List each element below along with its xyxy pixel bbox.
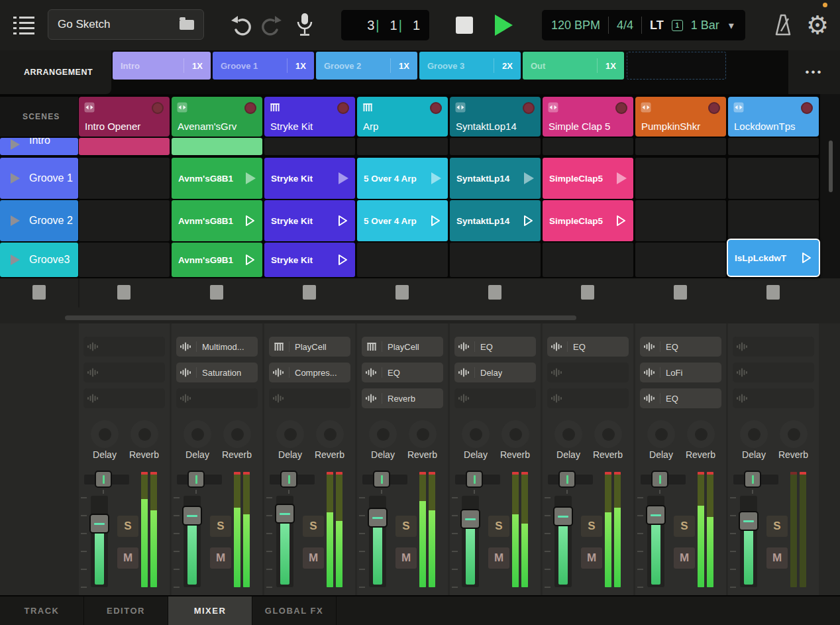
clip-stryke-kit[interactable]: Stryke Kit xyxy=(264,243,355,277)
empty-clip-slot[interactable] xyxy=(635,138,726,155)
track-header-lockdowntps[interactable]: LockdownTps xyxy=(728,97,819,137)
solo-button[interactable]: S xyxy=(674,516,695,537)
record-arm-indicator[interactable] xyxy=(801,102,813,114)
arrangement-empty-slot[interactable] xyxy=(627,52,726,80)
delay-send-knob[interactable] xyxy=(369,420,397,448)
mute-button[interactable]: M xyxy=(395,547,417,569)
device-slot[interactable]: Compres... xyxy=(269,363,350,382)
track-stop-button[interactable] xyxy=(581,285,594,300)
mute-button[interactable]: M xyxy=(488,547,509,569)
track-stop-button[interactable] xyxy=(488,285,501,300)
play-button[interactable] xyxy=(495,15,513,36)
empty-clip-slot[interactable] xyxy=(79,243,170,277)
delay-send-knob[interactable] xyxy=(554,420,582,448)
track-stop-button[interactable] xyxy=(117,285,131,300)
pan-slider-handle[interactable] xyxy=(280,471,297,488)
clip-avnmsg8b1[interactable]: Avnm'sG8B1 xyxy=(172,158,262,199)
solo-button[interactable]: S xyxy=(117,516,138,537)
record-arm-indicator[interactable] xyxy=(615,102,627,114)
empty-clip-slot[interactable] xyxy=(357,243,448,277)
track-header-simple-clap5[interactable]: Simple Clap 5 xyxy=(543,97,633,137)
track-header-stryke-kit[interactable]: Stryke Kit xyxy=(264,97,355,137)
device-slot-empty[interactable] xyxy=(733,363,814,382)
stop-all-clips-button[interactable] xyxy=(32,285,46,300)
device-slot-empty[interactable] xyxy=(83,363,165,382)
pan-slider-handle[interactable] xyxy=(95,471,112,488)
clip-intro-opener-partial[interactable] xyxy=(79,138,170,155)
clip-5over4arp[interactable]: 5 Over 4 Arp xyxy=(357,158,448,199)
tab-editor[interactable]: EDITOR xyxy=(84,597,168,625)
pan-slider-handle[interactable] xyxy=(466,471,483,488)
project-title-field[interactable]: Go Sketch xyxy=(48,9,204,40)
empty-clip-slot[interactable] xyxy=(450,243,541,277)
clip-simpleclap5[interactable]: SimpleClap5 xyxy=(543,200,633,241)
tab-global-fx[interactable]: GLOBAL FX xyxy=(252,597,337,625)
reverb-send-knob[interactable] xyxy=(131,420,158,448)
delay-send-knob[interactable] xyxy=(184,420,211,448)
solo-button[interactable]: S xyxy=(303,516,324,537)
mute-button[interactable]: M xyxy=(117,547,138,569)
empty-clip-slot[interactable] xyxy=(728,138,819,155)
clip-simpleclap5[interactable]: SimpleClap5 xyxy=(543,158,633,199)
empty-clip-slot[interactable] xyxy=(543,243,633,277)
volume-fader-handle[interactable] xyxy=(275,504,295,524)
device-slot[interactable]: PlayCell xyxy=(362,337,443,357)
arrangement-section-groove2[interactable]: Groove 2 1X xyxy=(316,52,417,80)
empty-clip-slot[interactable] xyxy=(635,158,726,199)
arrangement-section-groove1[interactable]: Groove 1 1X xyxy=(213,52,314,80)
device-slot[interactable]: Multimod... xyxy=(176,337,258,357)
record-arm-indicator[interactable] xyxy=(244,102,256,114)
empty-clip-slot[interactable] xyxy=(79,200,170,241)
mute-button[interactable]: M xyxy=(581,547,602,569)
volume-fader-handle[interactable] xyxy=(460,509,480,529)
device-slot[interactable]: EQ xyxy=(547,337,629,357)
pan-slider-handle[interactable] xyxy=(744,471,761,488)
solo-button[interactable]: S xyxy=(210,516,231,537)
mute-button[interactable]: M xyxy=(303,547,324,569)
solo-button[interactable]: S xyxy=(488,516,509,537)
pan-slider-handle[interactable] xyxy=(187,471,205,488)
empty-clip-slot[interactable] xyxy=(635,200,726,241)
clip-syntaktlp14[interactable]: SyntaktLp14 xyxy=(450,158,541,199)
song-list-menu-icon[interactable] xyxy=(11,13,37,37)
record-arm-indicator[interactable] xyxy=(523,102,535,114)
settings-gear-icon[interactable]: ⚙ xyxy=(803,9,832,41)
device-slot-empty[interactable] xyxy=(83,337,165,357)
delay-send-knob[interactable] xyxy=(462,420,490,448)
device-slot-empty[interactable] xyxy=(269,388,350,408)
device-slot[interactable]: PlayCell xyxy=(269,337,350,357)
empty-clip-slot[interactable] xyxy=(635,243,726,277)
stop-button[interactable] xyxy=(456,17,473,34)
redo-button[interactable] xyxy=(260,13,286,37)
scene-button-groove1[interactable]: Groove 1 xyxy=(0,158,78,199)
reverb-send-knob[interactable] xyxy=(594,420,622,448)
device-slot[interactable]: EQ xyxy=(454,337,536,357)
clip-islplckdwt-selected[interactable]: IsLpLckdwT xyxy=(727,239,820,277)
reverb-send-knob[interactable] xyxy=(223,420,251,448)
reverb-send-knob[interactable] xyxy=(501,420,529,448)
track-stop-button[interactable] xyxy=(395,285,409,300)
delay-send-knob[interactable] xyxy=(647,420,675,448)
tab-track[interactable]: TRACK xyxy=(0,597,84,625)
arrangement-more-button[interactable]: ••• xyxy=(788,50,840,94)
pan-slider-handle[interactable] xyxy=(558,471,576,488)
scene-button-groove2[interactable]: Groove 2 xyxy=(0,200,78,241)
horizontal-scrollbar[interactable] xyxy=(65,315,576,320)
delay-send-knob[interactable] xyxy=(740,420,768,448)
device-slot-empty[interactable] xyxy=(547,363,629,382)
tab-mixer[interactable]: MIXER xyxy=(168,597,252,625)
solo-button[interactable]: S xyxy=(766,516,788,537)
device-slot-empty[interactable] xyxy=(733,388,814,408)
song-position-display[interactable]: 3| 1| 1 xyxy=(341,10,429,40)
undo-button[interactable] xyxy=(227,13,253,37)
device-slot[interactable]: LoFi xyxy=(640,363,721,382)
empty-clip-slot[interactable] xyxy=(79,158,170,199)
clip-avenam-partial[interactable] xyxy=(172,138,262,155)
device-slot-empty[interactable] xyxy=(547,388,629,408)
track-stop-button[interactable] xyxy=(674,285,687,300)
volume-fader-handle[interactable] xyxy=(553,506,573,526)
clip-avnmsg8b1[interactable]: Avnm'sG8B1 xyxy=(172,200,262,241)
track-stop-button[interactable] xyxy=(766,285,780,300)
microphone-button[interactable] xyxy=(293,11,317,40)
volume-fader-handle[interactable] xyxy=(646,505,666,525)
